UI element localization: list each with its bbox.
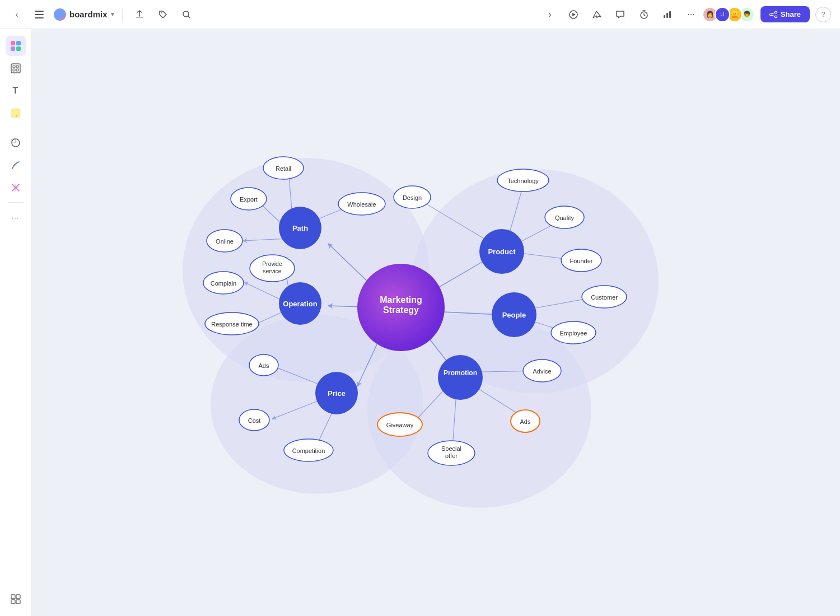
avatar-group: 👩 U 👱 👦 [706, 7, 755, 22]
operation-label: Operation [283, 300, 317, 308]
chart-button[interactable] [659, 6, 676, 24]
provide-service-label-1: Provide [262, 260, 282, 267]
center-label-1: Marketing [380, 295, 422, 305]
more-options-button[interactable]: ··· [682, 6, 700, 24]
toolbar-right: › [541, 6, 831, 24]
svg-rect-0 [35, 11, 44, 12]
toolbar: ‹ boardmix ▾ [0, 0, 840, 29]
sidebar-frame[interactable] [6, 58, 26, 78]
ads-promotion-label: Ads [520, 418, 531, 425]
svg-rect-28 [16, 600, 20, 604]
customer-label: Customer [591, 294, 618, 301]
search-button[interactable] [178, 6, 195, 24]
svg-point-10 [769, 13, 772, 16]
founder-label: Founder [570, 258, 593, 264]
cost-label: Cost [248, 417, 261, 424]
comment-button[interactable] [612, 6, 629, 24]
product-label: Product [488, 248, 516, 256]
svg-rect-25 [11, 595, 15, 599]
share-button[interactable]: Share [760, 6, 810, 22]
technology-label: Technology [507, 178, 539, 184]
dropdown-icon: ▾ [111, 11, 114, 18]
svg-rect-2 [35, 17, 44, 18]
price-label: Price [328, 389, 346, 398]
svg-rect-18 [13, 66, 15, 68]
path-label: Path [292, 224, 308, 232]
complain-label: Complain [211, 280, 236, 287]
ads-price-label: Ads [259, 362, 269, 369]
sidebar-pen[interactable] [6, 155, 26, 175]
sidebar-separator-1 [8, 128, 24, 128]
help-button[interactable]: ? [815, 7, 831, 22]
tag-button[interactable] [154, 6, 172, 24]
play-button[interactable] [564, 6, 582, 24]
online-label: Online [216, 238, 234, 245]
sidebar-grid-view[interactable] [6, 589, 26, 609]
svg-rect-1 [35, 14, 44, 15]
logo-icon [54, 8, 66, 21]
people-label: People [502, 311, 526, 319]
svg-rect-21 [16, 69, 18, 71]
confetti-icon[interactable] [588, 6, 606, 24]
svg-rect-26 [16, 595, 20, 599]
svg-rect-16 [16, 46, 21, 51]
svg-rect-8 [666, 13, 668, 18]
special-offer-label-2: offer [445, 452, 458, 459]
sidebar-sticky[interactable] [6, 103, 26, 123]
upload-button[interactable] [130, 6, 148, 24]
sidebar-palette[interactable] [6, 36, 26, 56]
promotion-node[interactable] [438, 355, 483, 400]
export-label: Export [240, 196, 258, 203]
svg-rect-7 [664, 15, 665, 18]
retail-label: Retail [276, 165, 291, 172]
design-label: Design [403, 194, 422, 201]
svg-rect-9 [669, 11, 671, 18]
canvas[interactable]: Marketing Strategy Path Operation Price … [31, 29, 840, 616]
promotion-label: Promotion [444, 369, 477, 377]
giveaway-label: Giveaway [386, 422, 414, 428]
employee-label: Employee [560, 330, 587, 337]
sidebar-separator-2 [8, 202, 24, 203]
timer-button[interactable] [635, 6, 653, 24]
advice-label: Advice [533, 368, 551, 375]
center-label-2: Strategy [383, 305, 419, 315]
menu-button[interactable] [30, 6, 48, 24]
special-offer-label-1: Special [441, 445, 461, 452]
quality-label: Quality [555, 214, 575, 221]
sidebar-bottom [6, 589, 26, 609]
provide-service-label-2: service [263, 268, 281, 274]
svg-rect-14 [16, 41, 21, 45]
app-name: boardmix [69, 10, 108, 19]
sidebar-more[interactable]: ··· [6, 207, 26, 227]
toolbar-separator [122, 8, 123, 21]
svg-point-12 [774, 16, 777, 18]
svg-rect-27 [11, 600, 15, 604]
wholesale-label: Wholesale [347, 201, 376, 208]
sidebar-shape[interactable] [6, 133, 26, 153]
svg-rect-15 [11, 46, 15, 51]
response-time-label: Response time [211, 321, 252, 328]
sidebar-text[interactable]: T [6, 81, 26, 101]
share-label: Share [781, 10, 801, 18]
svg-rect-20 [13, 69, 15, 71]
svg-rect-17 [11, 64, 20, 73]
toolbar-left: ‹ boardmix ▾ [9, 6, 195, 24]
back-button[interactable]: ‹ [9, 7, 25, 22]
app-logo[interactable]: boardmix ▾ [54, 8, 114, 21]
svg-rect-13 [11, 41, 15, 45]
sidebar-cross[interactable] [6, 178, 26, 198]
competition-label: Competition [292, 447, 325, 454]
svg-point-3 [161, 12, 162, 13]
svg-rect-19 [16, 66, 18, 68]
chevron-right-icon[interactable]: › [541, 6, 559, 24]
avatar-2: U [715, 7, 730, 22]
svg-point-11 [774, 11, 777, 13]
sidebar: T ··· [0, 29, 31, 616]
